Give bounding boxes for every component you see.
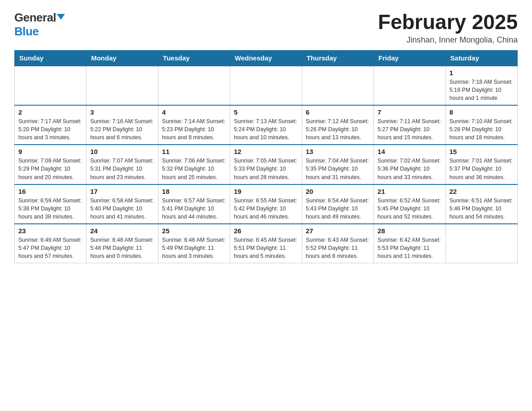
day-info: Sunrise: 7:12 AM Sunset: 5:26 PM Dayligh… bbox=[306, 117, 370, 141]
logo: General Blue bbox=[14, 11, 65, 39]
day-number: 15 bbox=[450, 148, 514, 155]
calendar-header-sunday: Sunday bbox=[15, 50, 86, 66]
day-number: 13 bbox=[306, 148, 370, 155]
calendar-cell bbox=[446, 224, 517, 263]
day-number: 25 bbox=[162, 227, 226, 235]
day-info: Sunrise: 6:52 AM Sunset: 5:45 PM Dayligh… bbox=[378, 197, 442, 221]
calendar-cell: 15Sunrise: 7:01 AM Sunset: 5:37 PM Dayli… bbox=[446, 145, 517, 184]
day-info: Sunrise: 6:45 AM Sunset: 5:51 PM Dayligh… bbox=[234, 236, 298, 260]
calendar-header-friday: Friday bbox=[374, 50, 446, 66]
day-number: 4 bbox=[162, 108, 226, 116]
calendar-header-tuesday: Tuesday bbox=[158, 50, 230, 66]
calendar-cell: 7Sunrise: 7:11 AM Sunset: 5:27 PM Daylig… bbox=[374, 105, 446, 145]
calendar-table: SundayMondayTuesdayWednesdayThursdayFrid… bbox=[14, 50, 518, 264]
day-info: Sunrise: 6:54 AM Sunset: 5:43 PM Dayligh… bbox=[306, 197, 370, 221]
day-number: 7 bbox=[378, 108, 442, 116]
calendar-cell: 12Sunrise: 7:05 AM Sunset: 5:33 PM Dayli… bbox=[230, 145, 302, 184]
calendar-week-row: 2Sunrise: 7:17 AM Sunset: 5:20 PM Daylig… bbox=[15, 105, 518, 145]
day-number: 24 bbox=[90, 227, 154, 235]
day-number: 16 bbox=[18, 188, 82, 195]
day-number: 18 bbox=[162, 188, 226, 195]
calendar-cell: 10Sunrise: 7:07 AM Sunset: 5:31 PM Dayli… bbox=[86, 145, 158, 184]
calendar-cell: 9Sunrise: 7:09 AM Sunset: 5:29 PM Daylig… bbox=[15, 145, 86, 184]
calendar-week-row: 9Sunrise: 7:09 AM Sunset: 5:29 PM Daylig… bbox=[15, 145, 518, 184]
day-info: Sunrise: 6:51 AM Sunset: 5:46 PM Dayligh… bbox=[450, 197, 514, 221]
day-info: Sunrise: 6:58 AM Sunset: 5:40 PM Dayligh… bbox=[90, 197, 154, 221]
day-number: 28 bbox=[378, 227, 442, 235]
day-number: 23 bbox=[18, 227, 82, 235]
day-number: 3 bbox=[90, 108, 154, 116]
calendar-cell bbox=[230, 66, 302, 105]
calendar-header-thursday: Thursday bbox=[302, 50, 373, 66]
calendar-cell: 23Sunrise: 6:49 AM Sunset: 5:47 PM Dayli… bbox=[15, 224, 86, 263]
calendar-week-row: 16Sunrise: 6:59 AM Sunset: 5:38 PM Dayli… bbox=[15, 184, 518, 224]
day-info: Sunrise: 7:17 AM Sunset: 5:20 PM Dayligh… bbox=[18, 117, 82, 141]
day-info: Sunrise: 6:59 AM Sunset: 5:38 PM Dayligh… bbox=[18, 197, 82, 221]
day-number: 8 bbox=[450, 108, 514, 116]
day-info: Sunrise: 6:55 AM Sunset: 5:42 PM Dayligh… bbox=[234, 197, 298, 221]
calendar-cell: 24Sunrise: 6:48 AM Sunset: 5:48 PM Dayli… bbox=[86, 224, 158, 263]
day-number: 21 bbox=[378, 188, 442, 195]
calendar-header-monday: Monday bbox=[86, 50, 158, 66]
calendar-cell: 26Sunrise: 6:45 AM Sunset: 5:51 PM Dayli… bbox=[230, 224, 302, 263]
calendar-cell: 14Sunrise: 7:02 AM Sunset: 5:36 PM Dayli… bbox=[374, 145, 446, 184]
location-text: Jinshan, Inner Mongolia, China bbox=[378, 35, 518, 45]
page-header: General Blue February 2025 Jinshan, Inne… bbox=[14, 11, 518, 45]
day-info: Sunrise: 7:04 AM Sunset: 5:35 PM Dayligh… bbox=[306, 157, 370, 181]
calendar-cell: 19Sunrise: 6:55 AM Sunset: 5:42 PM Dayli… bbox=[230, 184, 302, 224]
day-number: 6 bbox=[306, 108, 370, 116]
logo-triangle-icon bbox=[57, 14, 65, 20]
calendar-cell bbox=[86, 66, 158, 105]
calendar-header-saturday: Saturday bbox=[446, 50, 517, 66]
calendar-header-row: SundayMondayTuesdayWednesdayThursdayFrid… bbox=[15, 50, 518, 66]
calendar-cell bbox=[15, 66, 86, 105]
day-info: Sunrise: 7:07 AM Sunset: 5:31 PM Dayligh… bbox=[90, 157, 154, 181]
day-info: Sunrise: 7:11 AM Sunset: 5:27 PM Dayligh… bbox=[378, 117, 442, 141]
calendar-cell: 22Sunrise: 6:51 AM Sunset: 5:46 PM Dayli… bbox=[446, 184, 517, 224]
day-number: 20 bbox=[306, 188, 370, 195]
calendar-cell: 21Sunrise: 6:52 AM Sunset: 5:45 PM Dayli… bbox=[374, 184, 446, 224]
day-info: Sunrise: 6:57 AM Sunset: 5:41 PM Dayligh… bbox=[162, 197, 226, 221]
day-info: Sunrise: 7:02 AM Sunset: 5:36 PM Dayligh… bbox=[378, 157, 442, 181]
calendar-cell bbox=[374, 66, 446, 105]
title-block: February 2025 Jinshan, Inner Mongolia, C… bbox=[378, 11, 518, 45]
day-number: 22 bbox=[450, 188, 514, 195]
calendar-header-wednesday: Wednesday bbox=[230, 50, 302, 66]
day-info: Sunrise: 7:05 AM Sunset: 5:33 PM Dayligh… bbox=[234, 157, 298, 181]
calendar-cell: 3Sunrise: 7:16 AM Sunset: 5:22 PM Daylig… bbox=[86, 105, 158, 145]
day-info: Sunrise: 7:10 AM Sunset: 5:28 PM Dayligh… bbox=[450, 117, 514, 141]
day-info: Sunrise: 7:13 AM Sunset: 5:24 PM Dayligh… bbox=[234, 117, 298, 141]
calendar-cell: 1Sunrise: 7:18 AM Sunset: 5:19 PM Daylig… bbox=[446, 66, 517, 105]
day-number: 26 bbox=[234, 227, 298, 235]
calendar-cell: 4Sunrise: 7:14 AM Sunset: 5:23 PM Daylig… bbox=[158, 105, 230, 145]
calendar-cell: 20Sunrise: 6:54 AM Sunset: 5:43 PM Dayli… bbox=[302, 184, 373, 224]
day-number: 9 bbox=[18, 148, 82, 155]
day-number: 27 bbox=[306, 227, 370, 235]
logo-blue-text: Blue bbox=[14, 25, 39, 39]
day-number: 14 bbox=[378, 148, 442, 155]
calendar-cell: 8Sunrise: 7:10 AM Sunset: 5:28 PM Daylig… bbox=[446, 105, 517, 145]
calendar-cell: 6Sunrise: 7:12 AM Sunset: 5:26 PM Daylig… bbox=[302, 105, 373, 145]
month-title: February 2025 bbox=[378, 11, 518, 34]
day-info: Sunrise: 7:01 AM Sunset: 5:37 PM Dayligh… bbox=[450, 157, 514, 181]
calendar-cell: 18Sunrise: 6:57 AM Sunset: 5:41 PM Dayli… bbox=[158, 184, 230, 224]
calendar-cell: 5Sunrise: 7:13 AM Sunset: 5:24 PM Daylig… bbox=[230, 105, 302, 145]
calendar-week-row: 23Sunrise: 6:49 AM Sunset: 5:47 PM Dayli… bbox=[15, 224, 518, 263]
day-number: 5 bbox=[234, 108, 298, 116]
day-number: 12 bbox=[234, 148, 298, 155]
day-info: Sunrise: 7:16 AM Sunset: 5:22 PM Dayligh… bbox=[90, 117, 154, 141]
day-info: Sunrise: 6:48 AM Sunset: 5:48 PM Dayligh… bbox=[90, 236, 154, 260]
day-number: 11 bbox=[162, 148, 226, 155]
logo-general-text: General bbox=[14, 11, 56, 25]
calendar-cell: 25Sunrise: 6:46 AM Sunset: 5:49 PM Dayli… bbox=[158, 224, 230, 263]
day-number: 2 bbox=[18, 108, 82, 116]
day-info: Sunrise: 7:06 AM Sunset: 5:32 PM Dayligh… bbox=[162, 157, 226, 181]
calendar-cell: 13Sunrise: 7:04 AM Sunset: 5:35 PM Dayli… bbox=[302, 145, 373, 184]
calendar-cell: 27Sunrise: 6:43 AM Sunset: 5:52 PM Dayli… bbox=[302, 224, 373, 263]
day-info: Sunrise: 6:49 AM Sunset: 5:47 PM Dayligh… bbox=[18, 236, 82, 260]
day-info: Sunrise: 6:46 AM Sunset: 5:49 PM Dayligh… bbox=[162, 236, 226, 260]
day-info: Sunrise: 7:14 AM Sunset: 5:23 PM Dayligh… bbox=[162, 117, 226, 141]
day-info: Sunrise: 6:43 AM Sunset: 5:52 PM Dayligh… bbox=[306, 236, 370, 260]
day-info: Sunrise: 6:42 AM Sunset: 5:53 PM Dayligh… bbox=[378, 236, 442, 260]
day-info: Sunrise: 7:18 AM Sunset: 5:19 PM Dayligh… bbox=[450, 78, 514, 102]
